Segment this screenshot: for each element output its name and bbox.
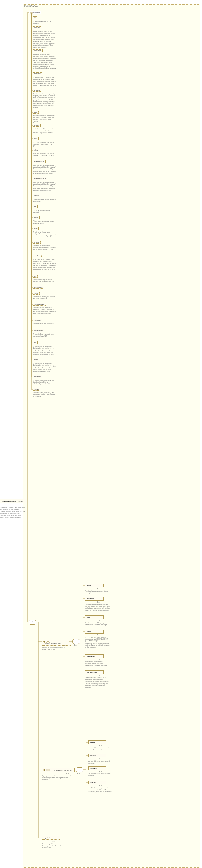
attr-doc: Why the metadata has been included - exp… (33, 141, 57, 147)
attr-custom: custom (33, 89, 41, 92)
attr-how: how (33, 111, 39, 114)
cdg-note[interactable]: note (85, 615, 104, 619)
attr-doc: One or many constraints that apply to pu… (33, 164, 57, 174)
card: 0..∞ (97, 659, 100, 660)
child-doc: An identifier of a more specific concept… (88, 773, 114, 777)
attr-doc: Indicates by which means the value was e… (33, 115, 57, 123)
card: 0..∞ (99, 785, 103, 786)
any-other-doc: Extension point for provider-defined pro… (42, 843, 64, 849)
attr-valueunituri: valueunituri (33, 329, 44, 332)
attr-creatoruri: creatoruri (33, 50, 42, 52)
attr-typeuri: typeuri (33, 241, 40, 244)
card: 0..∞ (99, 771, 103, 772)
card: 0..∞ (97, 620, 100, 621)
attr-doc: If the attribute is empty, specifies whi… (33, 54, 57, 69)
concept-relationships-group[interactable]: ConceptRelationshipsGroup (42, 768, 75, 772)
cdg-card: 0..∞ (62, 645, 65, 646)
attr-literal: literal (33, 216, 39, 219)
attr-doc: The date (and, optionally, the time) bef… (33, 379, 57, 385)
cdg-facet[interactable]: facet (85, 630, 104, 633)
attr-why: why (33, 137, 39, 140)
child-doc: In NAR 1.8 and later, facet is deprecate… (85, 636, 110, 648)
attr-whyuri: whyuri (33, 149, 40, 151)
crg-seq-card: 0..∞ (78, 773, 80, 774)
crg-sameAs[interactable]: sameAs (88, 741, 106, 744)
attr-doc: The related value (see more in the spec … (33, 296, 57, 300)
card: 0..∞ (99, 758, 103, 760)
attr-type: type (33, 227, 39, 230)
attr-doc: The date (and, optionally, the time) whe… (33, 76, 57, 86)
card: 0..∞ (97, 634, 100, 636)
attr-pubconstrainturi: pubconstrainturi (33, 177, 48, 180)
attr-reluri: reluri (33, 358, 39, 361)
main-element[interactable]: newsCoverageExtProperty (0, 499, 27, 503)
attr-doc: A qualified code which identifies a conc… (33, 198, 57, 202)
crg-seq: ··· (76, 767, 83, 772)
cdg-doc: A group of properties required to define… (42, 647, 69, 651)
attr-doc: The unit of the value attribute. (33, 323, 57, 325)
crg-related[interactable]: related (88, 780, 106, 784)
child-doc: A natural language name for the concept. (85, 590, 110, 594)
crg-card: 0..∞ (66, 773, 69, 774)
attr-doc: The identifier of a concept defining the… (33, 362, 57, 372)
card: 0..∞ (97, 588, 100, 590)
attr-doc: One or many constraints that apply to pu… (33, 181, 57, 191)
attr-uri: uri (33, 205, 37, 208)
attr-xml-lang: xml:lang (33, 254, 42, 257)
attr-doc: A free-text value assigned as property v… (33, 220, 57, 224)
attr-doc: The local identifier of the property. (33, 21, 57, 24)
any-other-label: any ##other (44, 837, 52, 839)
child-doc: Represents the position of a concept in … (85, 677, 110, 689)
crg-doc: A group of properites required to indica… (42, 775, 73, 781)
attr-doc: The unit of the value attribute - expres… (33, 333, 57, 337)
main-card: 0..∞ (18, 504, 21, 506)
attr-valueunit: valueunit (33, 319, 42, 321)
cdg-seq-card: 0..∞ (74, 644, 77, 646)
attr-doc: The date (and, optionally, the time) aft… (33, 392, 57, 398)
cdg-definition[interactable]: definition (85, 597, 104, 600)
attr-id: id (33, 17, 37, 19)
attr-doc: Why the metadata has been included - exp… (33, 153, 57, 157)
type-name: Flex2ExtPropType (24, 5, 38, 7)
cdg-seq: ··· (73, 639, 80, 644)
cdg-name: ConceptDefinitionGroup (44, 643, 61, 645)
cdg-remoteInfo[interactable]: remoteInfo (85, 654, 104, 658)
attr-doc: The identifier of a concept defining the… (33, 345, 57, 355)
attr-doc: If set to true the corresponding propert… (33, 93, 57, 109)
attr-rel: rel (33, 341, 37, 344)
main-doc: Extension Property; the semantics are de… (0, 507, 25, 519)
attributes-label: attributes (33, 12, 40, 13)
attr-validto: validto (33, 388, 40, 391)
attr-value: value (33, 292, 39, 294)
attr-doc: The type of the concept assigned as cont… (33, 245, 57, 251)
main-element-name: newsCoverageExtProperty (2, 500, 23, 502)
attr-doc: Specifies the language of this property … (33, 259, 57, 271)
crg-broader[interactable]: broader (88, 754, 106, 757)
concept-definition-group[interactable]: ConceptDefinitionGroup (42, 640, 71, 646)
card: 0..∞ (99, 745, 103, 746)
attr-doc: The datatype of the value attribute – it… (33, 307, 57, 315)
any-other[interactable]: any ##other (42, 836, 60, 840)
crg-name: ConceptRelationshipsGroup (52, 770, 73, 771)
attr-modified: modified (33, 72, 42, 75)
attr-doc: Indicates by which means the value was e… (33, 128, 57, 134)
attr-doc: The type of the concept assigned as cont… (33, 231, 57, 237)
crg-narrower[interactable]: narrower (88, 766, 106, 770)
card: 0..∞ (97, 601, 100, 603)
attr-dir: dir (33, 275, 37, 278)
child-doc: A natural language definition of the sem… (85, 603, 110, 611)
child-doc: A related concept, where the relationshi… (88, 787, 114, 793)
attributes-header: attributes (29, 11, 41, 14)
child-doc: Additional natural language information … (85, 622, 110, 626)
cdg-name[interactable]: name (85, 584, 104, 587)
attr-doc: A URI which identifies a concept. (33, 209, 57, 213)
child-doc: An identifier of a more generic concept. (88, 760, 114, 764)
attr-howuri: howuri (33, 124, 40, 127)
cdg-hierarchyInfo[interactable]: hierarchyInfo (85, 670, 104, 674)
attr-validfrom: validfrom (33, 375, 42, 378)
attr-any---other: any ##other (33, 286, 45, 288)
child-doc: A link to an item or a web resource whic… (85, 661, 110, 667)
attr-doc: The directionality of textual content (e… (33, 279, 57, 283)
attr-valuedatatype: valuedatatype (33, 303, 46, 306)
card: 0..∞ (97, 675, 100, 676)
